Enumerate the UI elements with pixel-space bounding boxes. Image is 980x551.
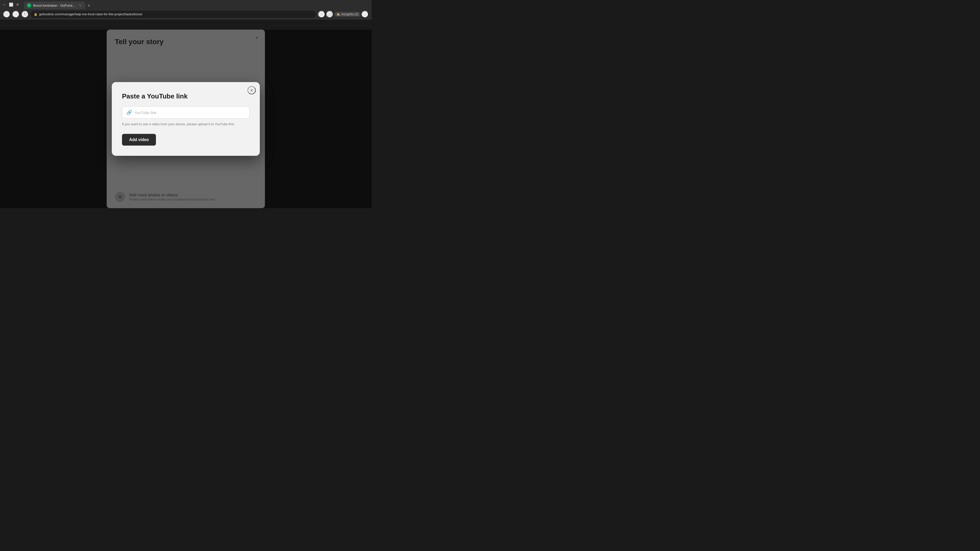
tab-favicon xyxy=(27,3,31,7)
incognito-icon: 🕵 xyxy=(336,13,340,16)
page-content: × Tell your story ⊕ Add more photos or v… xyxy=(0,30,372,208)
title-bar: ─ ⬜ ✕ Boost fundraiser - GoFundMe × + xyxy=(0,0,372,9)
incognito-label: Incognito (2) xyxy=(341,13,358,16)
minimize-button[interactable]: ─ xyxy=(2,2,6,7)
tab-close-button[interactable]: × xyxy=(78,3,82,7)
youtube-url-input[interactable] xyxy=(135,110,245,114)
browser-chrome: ─ ⬜ ✕ Boost fundraiser - GoFundMe × + ← … xyxy=(0,0,372,19)
maximize-button[interactable]: ⬜ xyxy=(9,2,13,7)
youtube-link-modal: × Paste a YouTube link 🔗 If you want to … xyxy=(112,82,260,156)
toolbar-right: ☆ ⬜ 🕵 Incognito (2) ⋮ xyxy=(318,11,369,18)
modal-close-button[interactable]: × xyxy=(248,86,256,94)
close-window-button[interactable]: ✕ xyxy=(15,2,20,7)
new-tab-button[interactable]: + xyxy=(85,2,92,9)
tab-bar: Boost fundraiser - GoFundMe × + xyxy=(22,0,369,9)
reload-button[interactable]: ↻ xyxy=(21,11,29,18)
lock-icon: 🔒 xyxy=(34,13,38,16)
url-text: gofundme.com/manage/help-me-fund-raise-f… xyxy=(39,12,142,16)
window-controls: ─ ⬜ ✕ xyxy=(2,2,20,7)
active-tab[interactable]: Boost fundraiser - GoFundMe × xyxy=(24,2,85,9)
forward-button[interactable]: → xyxy=(12,11,19,18)
link-icon: 🔗 xyxy=(126,110,132,115)
address-bar: ← → ↻ 🔒 gofundme.com/manage/help-me-fund… xyxy=(0,9,372,19)
add-video-button[interactable]: Add video xyxy=(122,134,156,145)
tab-title: Boost fundraiser - GoFundMe xyxy=(33,3,76,7)
url-bar[interactable]: 🔒 gofundme.com/manage/help-me-fund-raise… xyxy=(30,11,316,18)
back-button[interactable]: ← xyxy=(3,11,10,18)
incognito-badge: 🕵 Incognito (2) xyxy=(334,12,360,17)
helper-text: If you want to use a video from your dev… xyxy=(122,122,250,127)
url-input-wrapper: 🔗 xyxy=(122,106,250,119)
modal-title: Paste a YouTube link xyxy=(122,92,250,100)
sidebar-button[interactable]: ⬜ xyxy=(326,11,333,18)
bookmark-button[interactable]: ☆ xyxy=(318,11,325,18)
more-button[interactable]: ⋮ xyxy=(361,11,369,18)
